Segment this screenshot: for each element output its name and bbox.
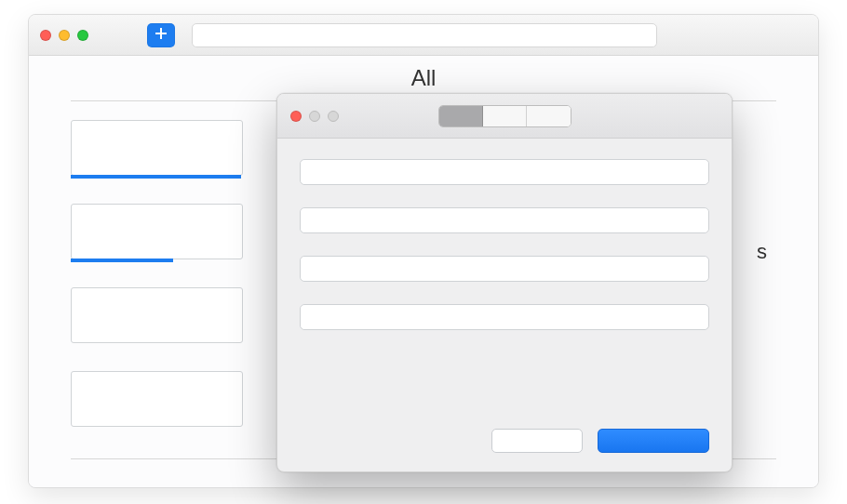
progress-bar (71, 259, 173, 262)
progress-bar (71, 175, 241, 179)
list-item[interactable] (71, 287, 243, 343)
section-index-letter: s (757, 240, 767, 264)
zoom-icon[interactable] (77, 30, 88, 41)
segment-tab[interactable] (527, 106, 571, 126)
modal-titlebar (277, 94, 732, 139)
close-icon[interactable] (40, 30, 51, 41)
close-icon[interactable] (290, 111, 302, 122)
modal-body (277, 139, 732, 345)
plus-icon (155, 27, 168, 44)
address-input[interactable] (192, 23, 657, 47)
svg-rect-1 (155, 33, 167, 34)
main-window-titlebar (29, 15, 818, 56)
page-title: All (29, 65, 818, 91)
list-item[interactable] (71, 371, 243, 427)
add-button[interactable] (147, 23, 175, 47)
minimize-icon[interactable] (59, 30, 70, 41)
zoom-icon (328, 111, 339, 122)
segment-tab[interactable] (483, 106, 527, 126)
text-field[interactable] (300, 304, 709, 330)
segmented-control[interactable] (438, 105, 571, 127)
text-field[interactable] (300, 159, 709, 185)
minimize-icon (309, 111, 320, 122)
confirm-button[interactable] (598, 429, 709, 453)
modal-window (276, 93, 733, 472)
text-field[interactable] (300, 207, 709, 233)
traffic-lights (40, 30, 88, 41)
traffic-lights (290, 111, 339, 122)
list-item[interactable] (71, 204, 243, 259)
text-field[interactable] (300, 256, 709, 282)
list-item[interactable] (71, 120, 243, 176)
modal-footer (491, 429, 709, 453)
cancel-button[interactable] (491, 429, 583, 453)
segment-tab[interactable] (439, 106, 483, 126)
